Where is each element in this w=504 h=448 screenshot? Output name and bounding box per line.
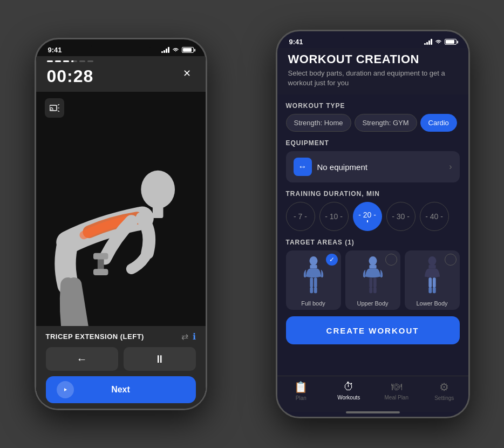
nav-settings[interactable]: ⚙ Settings [420, 381, 468, 401]
meal-plan-label: Meal Plan [385, 395, 408, 401]
exercise-info-bar: TRICEP EXTENSION (LEFT) ⇄ ℹ ← ⏸ [36, 326, 206, 409]
equip-name: No equipment [317, 162, 367, 172]
battery-icon [182, 47, 194, 53]
workout-creation-header: WORKOUT CREATION Select body parts, dura… [277, 48, 468, 94]
svg-rect-23 [428, 265, 435, 269]
equip-icon: ↔ [298, 162, 307, 172]
content-area: 00:28 ✕ [36, 56, 206, 404]
settings-icon: ⚙ [439, 381, 449, 393]
signal-bars [161, 47, 169, 53]
left-phone: 9:41 [35, 38, 207, 410]
right-content: WORKOUT CREATION Select body parts, dura… [277, 48, 468, 412]
svg-rect-18 [369, 278, 372, 288]
svg-point-10 [309, 256, 317, 266]
progress-bar-1 [47, 60, 53, 62]
svg-rect-26 [428, 287, 432, 294]
header-timer: 00:28 [47, 66, 94, 86]
svg-rect-19 [373, 278, 376, 288]
dur-tick [367, 220, 368, 222]
svg-rect-27 [432, 287, 435, 294]
svg-rect-24 [428, 278, 432, 288]
time-display: 9:41 [48, 46, 62, 54]
exercise-name-row: TRICEP EXTENSION (LEFT) ⇄ ℹ [46, 331, 196, 342]
duration-row: - 7 - - 10 - - 20 - - 30 - - 40 - [286, 202, 460, 231]
right-time: 9:41 [289, 38, 303, 46]
signal-icons [161, 47, 194, 53]
equipment-row[interactable]: ↔ No equipment › [286, 151, 460, 182]
right-notch [343, 31, 403, 46]
lower-body-card[interactable]: Lower Body [405, 250, 460, 310]
meal-plan-icon: 🍽 [391, 381, 402, 393]
right-phone: 9:41 WORKOUT CREATION Select body pa [276, 30, 470, 418]
nav-plan[interactable]: 📋 Plan [277, 381, 325, 401]
strength-gym-btn[interactable]: Strength: GYM [355, 114, 417, 132]
back-button[interactable]: ← [46, 347, 118, 371]
close-button[interactable]: ✕ [180, 66, 195, 81]
svg-rect-11 [310, 265, 317, 269]
svg-point-22 [428, 256, 436, 266]
right-signal [424, 39, 457, 45]
nav-buttons-row: ← ⏸ [46, 347, 196, 371]
svg-rect-17 [369, 265, 376, 269]
svg-point-16 [369, 256, 377, 266]
equipment-label: EQUIPMENT [286, 139, 460, 147]
plan-label: Plan [296, 395, 307, 401]
svg-rect-13 [314, 278, 317, 288]
duration-10-btn[interactable]: - 10 - [319, 202, 349, 231]
svg-rect-15 [314, 287, 317, 294]
svg-rect-25 [432, 278, 435, 288]
swap-icon[interactable]: ⇄ [181, 331, 188, 342]
full-body-figure [297, 256, 330, 297]
progress-bar-6 [87, 60, 93, 62]
workouts-icon: ⏱ [343, 381, 354, 393]
section-content: WORKOUT TYPE Strength: Home Strength: GY… [277, 94, 468, 376]
upper-body-label: Upper Body [355, 297, 390, 310]
next-circle-icon [57, 381, 74, 398]
cast-icon[interactable] [45, 98, 64, 118]
duration-7-btn[interactable]: - 7 - [286, 202, 315, 231]
full-body-card[interactable]: ✓ Full body [286, 250, 341, 310]
strength-home-btn[interactable]: Strength: Home [286, 114, 351, 132]
svg-marker-9 [64, 388, 67, 391]
progress-bar-4 [71, 60, 77, 62]
timer-header: 00:28 ✕ [36, 56, 206, 92]
duration-20-btn[interactable]: - 20 - [353, 202, 382, 231]
upper-body-card[interactable]: Upper Body [345, 250, 400, 310]
timer-display: 00:28 [47, 66, 94, 86]
progress-bar-3 [63, 60, 69, 62]
svg-rect-8 [93, 269, 107, 275]
duration-40-btn[interactable]: - 40 - [420, 202, 449, 231]
scene: 9:41 [0, 0, 504, 448]
workouts-label: Workouts [337, 395, 360, 401]
equip-icon-box: ↔ [294, 158, 312, 176]
duration-30-btn[interactable]: - 30 - [386, 202, 416, 231]
wc-title: WORKOUT CREATION [288, 52, 458, 66]
right-wifi-icon [434, 39, 442, 45]
info-icon[interactable]: ℹ [193, 331, 196, 342]
svg-point-4 [141, 171, 175, 209]
svg-rect-20 [369, 287, 372, 294]
create-workout-button[interactable]: CREATE WORKOUT [286, 316, 460, 344]
home-indicator [346, 411, 400, 413]
next-label: Next [111, 385, 130, 395]
bottom-nav: 📋 Plan ⏱ Workouts 🍽 Meal Plan ⚙ Settings [277, 376, 468, 412]
workout-type-label: WORKOUT TYPE [286, 102, 460, 110]
full-body-label: Full body [299, 297, 328, 310]
next-button[interactable]: Next [46, 376, 196, 403]
progress-bar-5 [79, 60, 85, 62]
nav-workouts[interactable]: ⏱ Workouts [325, 381, 373, 401]
settings-label: Settings [434, 395, 454, 401]
cardio-btn[interactable]: Cardio [420, 114, 457, 132]
wc-subtitle: Select body parts, duration and equipmen… [288, 69, 458, 88]
pause-button[interactable]: ⏸ [124, 347, 196, 371]
lower-body-figure [416, 256, 448, 297]
upper-body-figure [357, 256, 389, 297]
right-signal-bars [424, 39, 432, 45]
exercise-name: TRICEP EXTENSION (LEFT) [46, 332, 144, 341]
right-battery [445, 39, 457, 45]
duration-label: TRAINING DURATION, MIN [286, 190, 460, 198]
nav-meal-plan[interactable]: 🍽 Meal Plan [373, 381, 421, 401]
notch [91, 39, 151, 55]
svg-rect-12 [310, 278, 313, 288]
wifi-icon [172, 47, 180, 53]
